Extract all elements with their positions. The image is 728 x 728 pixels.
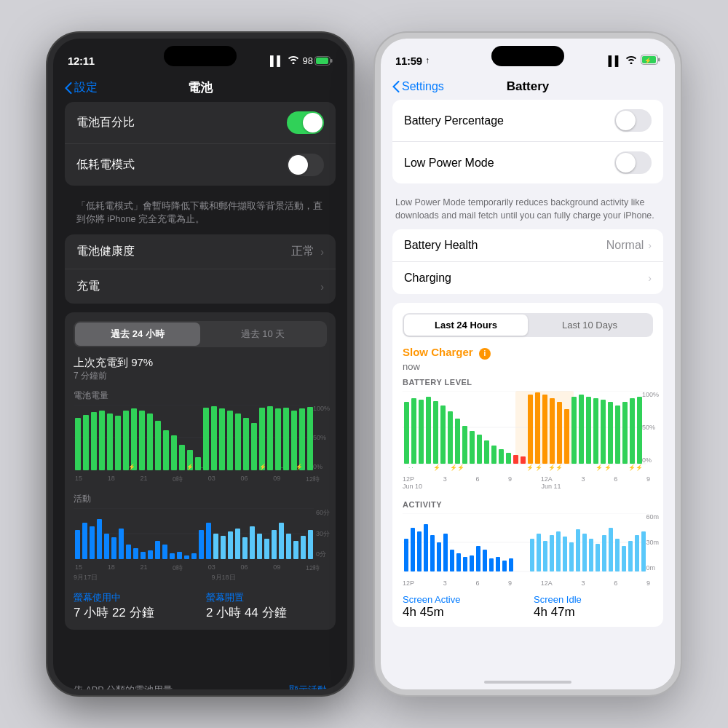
light-screen: 11:59 ↑ ▌▌: [381, 39, 675, 689]
activity-svg-light: [403, 513, 654, 575]
segment-10d-light[interactable]: Last 10 Days: [528, 314, 652, 336]
info-icon[interactable]: i: [479, 348, 491, 360]
charging-row-dark[interactable]: 充電 ›: [65, 269, 336, 304]
svg-rect-13: [123, 411, 129, 470]
svg-rect-95: [455, 419, 460, 464]
svg-rect-46: [75, 530, 80, 559]
bottom-right-dark[interactable]: 顯示活動: [289, 684, 327, 689]
charging-row-light[interactable]: Charging ›: [392, 262, 663, 294]
x-label-21: 21: [140, 475, 147, 484]
date-labels-dark: 9月17日 9月18日: [74, 573, 321, 582]
x-label-12h: 12時: [306, 475, 320, 484]
date-labels-light: Jun 10 Jun 11: [403, 483, 650, 490]
battery-percentage-row-light[interactable]: Battery Percentage: [392, 100, 663, 142]
chevron-health-light: ›: [648, 240, 652, 251]
low-power-row[interactable]: 低耗電模式: [65, 144, 336, 186]
battery-svg-dark: ⚡ ⚡ — ⚡ — ⚡: [74, 405, 321, 470]
screen-content-dark[interactable]: 電池百分比 低耗電模式 「低耗電模式」會暫時降低下載和郵件擷取: [53, 102, 347, 678]
x-label-03: 03: [208, 475, 215, 484]
nav-bar-dark: 設定 電池: [53, 76, 347, 102]
act-y-0-light: 0m: [646, 564, 659, 571]
svg-rect-28: [243, 418, 249, 470]
x-label-06: 06: [241, 475, 248, 484]
svg-text:⚡: ⚡: [644, 57, 652, 64]
low-power-toggle-light[interactable]: [614, 151, 652, 174]
svg-rect-14: [131, 408, 137, 470]
svg-point-0: [292, 62, 294, 64]
battery-dark: 98: [303, 55, 333, 66]
svg-rect-136: [437, 542, 441, 571]
svg-rect-164: [635, 535, 639, 571]
battery-health-value-light: Normal: [606, 239, 644, 252]
health-card-dark: 電池健康度 正常 › 充電 ›: [65, 234, 336, 304]
stat-idle-label-light: Screen Idle: [534, 594, 653, 605]
svg-rect-31: [267, 406, 273, 470]
screen-content-light[interactable]: Battery Percentage Low Power Mode: [381, 100, 675, 676]
svg-rect-9: [91, 412, 97, 470]
segment-24h-light[interactable]: Last 24 Hours: [404, 314, 528, 336]
svg-rect-68: [235, 529, 240, 559]
battery-chart-title-light: BATTERY LEVEL: [403, 378, 653, 387]
battery-health-row-light[interactable]: Battery Health Normal ›: [392, 229, 663, 262]
svg-rect-165: [641, 531, 646, 571]
activity-svg-dark: [74, 508, 321, 559]
nav-back-light[interactable]: Settings: [392, 80, 444, 93]
segment-control-light[interactable]: Last 24 Hours Last 10 Days: [403, 313, 653, 337]
svg-rect-100: [491, 446, 496, 464]
chevron-icon-dark: ›: [320, 246, 324, 258]
svg-rect-153: [563, 537, 567, 571]
time-location-light: 11:59 ↑: [395, 55, 430, 67]
low-power-note-light: Low Power Mode temporarily reduces backg…: [392, 192, 663, 229]
svg-rect-96: [462, 426, 467, 464]
battery-percentage-toggle[interactable]: [287, 111, 324, 134]
svg-rect-76: [293, 541, 298, 559]
low-power-row-light[interactable]: Low Power Mode: [392, 142, 663, 183]
toggle-knob-3: [616, 111, 636, 130]
battery-percentage-row[interactable]: 電池百分比: [65, 102, 336, 144]
svg-rect-109: [557, 402, 562, 464]
svg-rect-107: [542, 395, 547, 464]
svg-rect-54: [133, 548, 138, 559]
svg-text:⚡: ⚡: [186, 463, 194, 470]
svg-rect-137: [443, 534, 448, 571]
dark-screen: 12:11 ▌▌ 98: [53, 39, 347, 689]
svg-text:—: —: [281, 464, 287, 470]
stat-active-label: 螢幕使用中: [74, 591, 194, 604]
stat-idle-value: 2 小時 44 分鐘: [206, 604, 327, 621]
battery-percentage-label-light: Battery Percentage: [404, 114, 504, 127]
segment-control-dark[interactable]: 過去 24 小時 過去 10 天: [74, 321, 327, 347]
battery-chart-dark: 100% 50% 0%: [74, 405, 327, 484]
low-power-toggle[interactable]: [287, 154, 324, 176]
svg-rect-70: [250, 526, 255, 559]
svg-rect-159: [602, 535, 606, 571]
svg-rect-99: [484, 440, 489, 464]
svg-rect-8: [83, 415, 89, 470]
svg-rect-112: [579, 395, 584, 464]
svg-text:⚡: ⚡: [433, 464, 440, 471]
nav-back-dark[interactable]: 設定: [65, 80, 98, 95]
svg-rect-23: [203, 408, 209, 470]
svg-rect-52: [119, 529, 124, 559]
back-label-dark: 設定: [74, 80, 98, 95]
svg-rect-65: [213, 534, 218, 559]
slow-charger-sub: now: [403, 361, 653, 372]
charge-main-dark: 上次充電到 97%: [74, 356, 327, 370]
segment-10d-dark[interactable]: 過去 10 天: [200, 323, 325, 346]
svg-rect-32: [275, 408, 281, 470]
battery-percentage-label: 電池百分比: [76, 115, 135, 130]
svg-rect-63: [199, 530, 204, 559]
svg-rect-140: [463, 557, 467, 571]
svg-text:· ·: · ·: [408, 464, 414, 471]
battery-percentage-toggle-light[interactable]: [614, 109, 652, 132]
svg-rect-25: [219, 408, 225, 470]
activity-chart-light: 60m 30m 0m: [403, 513, 653, 587]
y-label-50-dark: 50%: [313, 434, 330, 441]
battery-health-row-dark[interactable]: 電池健康度 正常 ›: [65, 234, 336, 269]
battery-svg-light: · · ⚡ ⚡⚡ ⚡ ⚡ ⚡⚡ ⚡ ⚡ ⚡⚡: [403, 391, 654, 471]
act-y-60: 60分: [316, 508, 330, 518]
segment-24h-dark[interactable]: 過去 24 小時: [75, 323, 200, 346]
svg-rect-74: [279, 523, 284, 559]
svg-rect-30: [259, 408, 265, 470]
stats-row-dark: 螢幕使用中 7 小時 22 分鐘 螢幕開置 2 小時 44 分鐘: [74, 591, 327, 621]
svg-rect-7: [75, 418, 81, 470]
